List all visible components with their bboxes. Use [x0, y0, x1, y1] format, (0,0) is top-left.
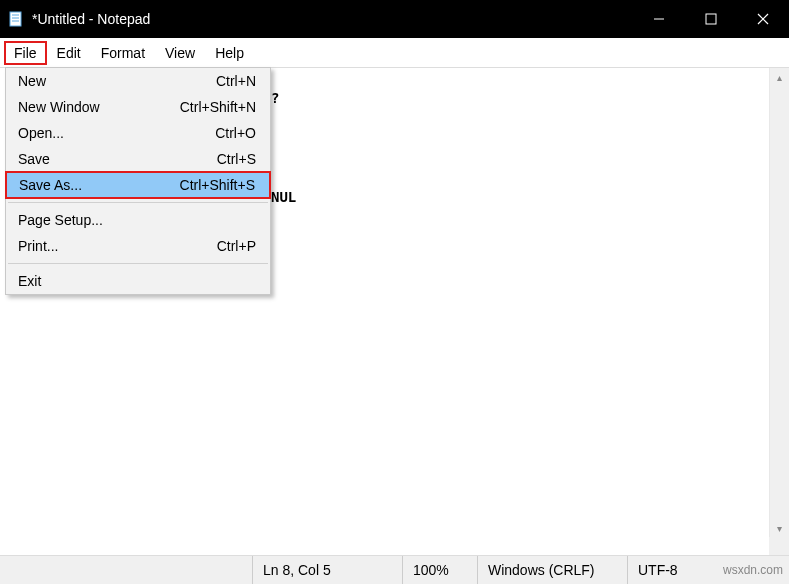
menu-edit[interactable]: Edit: [47, 41, 91, 65]
window-title: *Untitled - Notepad: [32, 11, 633, 27]
menu-item-shortcut: Ctrl+Shift+S: [180, 177, 255, 193]
menu-item-shortcut: Ctrl+P: [217, 238, 256, 254]
menu-view[interactable]: View: [155, 41, 205, 65]
menu-format[interactable]: Format: [91, 41, 155, 65]
menu-item-save-as[interactable]: Save As... Ctrl+Shift+S: [5, 171, 271, 199]
menu-item-label: New Window: [18, 99, 180, 115]
menu-item-label: Page Setup...: [18, 212, 256, 228]
status-position: Ln 8, Col 5: [252, 556, 402, 584]
status-empty: [0, 556, 252, 584]
minimize-button[interactable]: [633, 0, 685, 38]
menu-item-save[interactable]: Save Ctrl+S: [6, 146, 270, 172]
menu-item-new[interactable]: New Ctrl+N: [6, 68, 270, 94]
menu-separator: [8, 263, 268, 264]
menu-item-exit[interactable]: Exit: [6, 268, 270, 294]
scrollbar-corner: [769, 537, 789, 555]
menu-file[interactable]: File: [4, 41, 47, 65]
maximize-button[interactable]: [685, 0, 737, 38]
menu-item-label: Open...: [18, 125, 215, 141]
menu-item-label: Save: [18, 151, 217, 167]
vertical-scrollbar[interactable]: ▴ ▾: [769, 68, 789, 537]
menu-item-label: Save As...: [19, 177, 180, 193]
file-menu-dropdown: New Ctrl+N New Window Ctrl+Shift+N Open.…: [5, 67, 271, 295]
text-fragment-1: ?: [271, 90, 279, 106]
status-zoom: 100%: [402, 556, 477, 584]
menu-help[interactable]: Help: [205, 41, 254, 65]
menu-item-shortcut: Ctrl+O: [215, 125, 256, 141]
scroll-up-icon[interactable]: ▴: [771, 68, 789, 86]
status-line-ending: Windows (CRLF): [477, 556, 627, 584]
menubar: File Edit Format View Help: [0, 38, 789, 67]
menu-item-label: New: [18, 73, 216, 89]
menu-separator: [8, 202, 268, 203]
notepad-icon: [8, 11, 24, 27]
svg-rect-0: [10, 12, 21, 26]
text-fragment-2: NUL: [271, 189, 296, 205]
statusbar: Ln 8, Col 5 100% Windows (CRLF) UTF-8 ws…: [0, 555, 789, 584]
menu-item-print[interactable]: Print... Ctrl+P: [6, 233, 270, 259]
menu-item-new-window[interactable]: New Window Ctrl+Shift+N: [6, 94, 270, 120]
menu-item-shortcut: Ctrl+S: [217, 151, 256, 167]
menu-item-open[interactable]: Open... Ctrl+O: [6, 120, 270, 146]
menu-item-label: Exit: [18, 273, 256, 289]
menu-item-shortcut: Ctrl+Shift+N: [180, 99, 256, 115]
svg-rect-5: [706, 14, 716, 24]
status-encoding: UTF-8: [627, 556, 717, 584]
close-button[interactable]: [737, 0, 789, 38]
menu-item-shortcut: Ctrl+N: [216, 73, 256, 89]
watermark: wsxdn.com: [717, 556, 789, 584]
menu-item-page-setup[interactable]: Page Setup...: [6, 207, 270, 233]
menu-item-label: Print...: [18, 238, 217, 254]
scroll-down-icon[interactable]: ▾: [771, 519, 789, 537]
titlebar: *Untitled - Notepad: [0, 0, 789, 38]
